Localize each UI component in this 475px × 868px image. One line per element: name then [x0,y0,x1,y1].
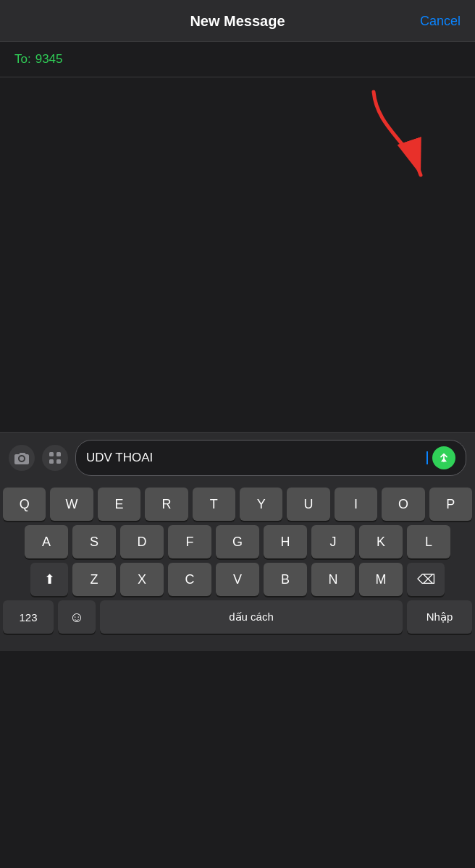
keyboard-row-4: 123 ☺ dấu cách Nhập [0,596,475,651]
svg-rect-5 [56,459,61,464]
keyboard-row-2: A S D F G H J K L [0,521,475,558]
key-n[interactable]: N [311,563,355,596]
key-p[interactable]: P [429,488,472,521]
key-w[interactable]: W [50,488,93,521]
key-r[interactable]: R [145,488,188,521]
message-input-wrapper[interactable]: UDV THOAI [75,440,466,476]
key-k[interactable]: K [359,525,403,558]
keyboard-row-3: ⬆ Z X C V B N M ⌫ [0,558,475,596]
return-key[interactable]: Nhập [407,600,472,634]
message-input[interactable]: UDV THOAI [86,451,426,465]
key-e[interactable]: E [98,488,140,521]
key-q[interactable]: Q [3,488,46,521]
cancel-button[interactable]: Cancel [420,14,461,29]
key-c[interactable]: C [168,563,211,596]
keyboard-row-1: Q W E R T Y U I O P [0,483,475,521]
appstore-icon [48,451,62,465]
send-button[interactable] [432,446,455,469]
to-value[interactable]: 9345 [35,52,63,67]
key-v[interactable]: V [216,563,259,596]
svg-rect-3 [56,452,61,456]
svg-rect-4 [49,459,54,464]
camera-icon [14,451,29,464]
camera-button[interactable] [9,445,35,471]
key-y[interactable]: Y [240,488,282,521]
key-m[interactable]: M [359,563,403,596]
send-arrow-icon [438,452,450,464]
arrow-annotation [0,77,475,193]
key-j[interactable]: J [311,525,355,558]
input-toolbar: UDV THOAI [0,432,475,483]
message-body[interactable] [0,77,475,432]
svg-point-1 [20,456,24,461]
to-field: To: 9345 [0,42,475,77]
text-cursor [426,451,428,464]
svg-rect-2 [49,452,54,456]
red-arrow-icon [359,85,432,186]
appstore-button[interactable] [42,445,68,471]
key-x[interactable]: X [120,563,164,596]
shift-key[interactable]: ⬆ [30,563,68,596]
key-o[interactable]: O [382,488,424,521]
num-key[interactable]: 123 [3,600,54,634]
emoji-key[interactable]: ☺ [58,600,96,634]
key-g[interactable]: G [216,525,259,558]
key-d[interactable]: D [120,525,164,558]
key-z[interactable]: Z [72,563,116,596]
key-h[interactable]: H [264,525,307,558]
key-b[interactable]: B [264,563,307,596]
keyboard: Q W E R T Y U I O P A S D F G H J K L ⬆ … [0,483,475,651]
key-f[interactable]: F [168,525,211,558]
to-label: To: [14,52,31,67]
delete-key[interactable]: ⌫ [407,563,445,596]
key-s[interactable]: S [72,525,116,558]
key-a[interactable]: A [25,525,68,558]
space-key[interactable]: dấu cách [100,600,403,634]
key-t[interactable]: T [193,488,235,521]
key-l[interactable]: L [407,525,450,558]
key-i[interactable]: I [335,488,377,521]
key-u[interactable]: U [287,488,329,521]
page-title: New Message [190,13,285,30]
header: New Message Cancel [0,0,475,42]
